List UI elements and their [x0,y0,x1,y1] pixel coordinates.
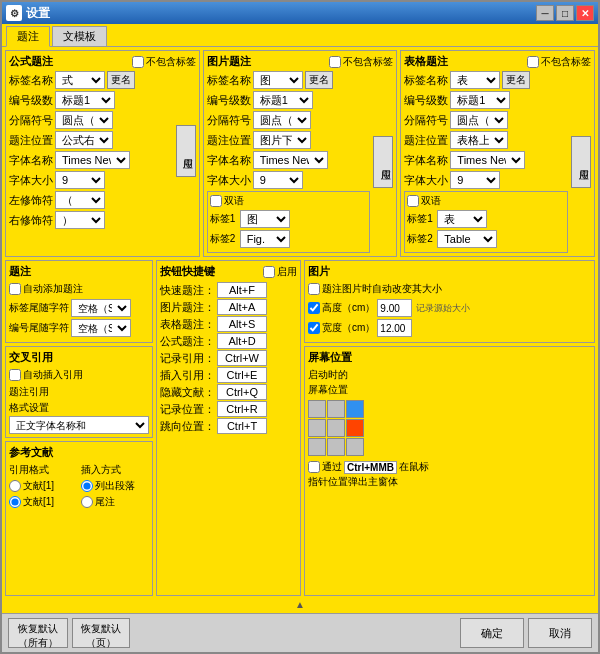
formula-sep-label: 分隔符号 [9,113,53,128]
num-sep-select[interactable]: 空格（Spac [71,319,131,337]
shortcut-label-3: 表格题注： [160,317,215,332]
height-enable-checkbox[interactable] [308,302,320,314]
formula-font-select[interactable]: Times New Roma [55,151,130,169]
ref-format-radio-2[interactable] [9,496,21,508]
pos-bot-left[interactable] [308,438,326,456]
restore-all-btn[interactable]: 恢复默认 （所有） [8,618,68,648]
auto-add-caption-checkbox[interactable] [9,283,21,295]
formula-rename-btn[interactable]: 更名 [107,71,135,89]
width-input[interactable] [377,319,412,337]
formula-no-tag-checkbox[interactable] [132,56,144,68]
table-no-tag-checkbox[interactable] [527,56,539,68]
settings-window: ⚙ 设置 ─ □ ✕ 题注 文模板 公式题注 不包含标签 [0,0,600,654]
table-tag-name-label: 标签名称 [404,73,448,88]
table-font-select[interactable]: Times New Roma [450,151,525,169]
image-size-select[interactable]: 9 [253,171,303,189]
shortcut-label-6: 插入引用： [160,368,215,383]
ctrl-key: Ctrl+MMB [344,461,397,474]
table-tag2-label: 标签2 [407,232,435,246]
formula-level-select[interactable]: 标题1 [55,91,115,109]
pos-mid-center[interactable] [327,419,345,437]
image-font-select[interactable]: Times New Roma [253,151,328,169]
formula-left-mod-select[interactable]: （ [55,191,105,209]
caption-title: 题注 [9,264,149,279]
ref-insert-opt2: 尾注 [95,495,115,509]
ctrl-label: 通过 [322,460,342,474]
table-font-label: 字体名称 [404,153,448,168]
cross-ref-title: 交叉引用 [9,350,149,365]
screen-pos-section: 屏幕位置 启动时的 屏幕位置 [304,346,595,596]
ref-insert-radio-1[interactable] [81,480,93,492]
image-level-select[interactable]: 标题1 [253,91,313,109]
image-bilang-checkbox[interactable] [210,195,222,207]
table-size-select[interactable]: 9 [450,171,500,189]
formula-sep-select[interactable]: 圆点（.） [55,111,113,129]
shortcut-row-8: 记录位置： Ctrl+R [160,401,297,417]
table-tag1-select[interactable]: 表 [437,210,487,228]
reference-title: 参考文献 [9,445,149,460]
ctrl-mmb-checkbox[interactable] [308,461,320,473]
image-apply-btn[interactable]: 应用 [373,136,393,188]
minimize-button[interactable]: ─ [536,5,554,21]
window-title: 设置 [26,5,536,22]
width-enable-checkbox[interactable] [308,322,320,334]
auto-insert-ref-label: 自动插入引用 [23,368,83,382]
image-tag-name-select[interactable]: 图 [253,71,303,89]
pos-mid-right[interactable] [346,419,364,437]
image-tag1-select[interactable]: 图 [240,210,290,228]
table-tag-name-select[interactable]: 表 [450,71,500,89]
formula-tag-name-select[interactable]: 式 [55,71,105,89]
table-pos-select[interactable]: 表格上方 [450,131,508,149]
image-no-tag-checkbox[interactable] [329,56,341,68]
shortcut-key-6: Ctrl+E [217,367,267,383]
auto-add-caption-label: 自动添加题注 [23,282,83,296]
cancel-btn[interactable]: 取消 [528,618,592,648]
formula-pos-select[interactable]: 公式右边 [55,131,113,149]
shortcut-label-5: 记录引用： [160,351,215,366]
height-input[interactable] [377,299,412,317]
table-level-label: 编号级数 [404,93,448,108]
ref-insert-radio-2[interactable] [81,496,93,508]
formula-size-select[interactable]: 9 [55,171,105,189]
pos-bot-center[interactable] [327,438,345,456]
image-tag2-select[interactable]: Fig. [240,230,290,248]
auto-insert-ref-checkbox[interactable] [9,369,21,381]
shortcut-label-8: 记录位置： [160,402,215,417]
table-tag2-select[interactable]: Table [437,230,497,248]
restore-page-btn[interactable]: 恢复默认 （页） [72,618,130,648]
scroll-indicator: ▲ [5,599,595,610]
cross-ref-format-select[interactable]: 正文字体名称和 [9,416,149,434]
table-no-tag-label: 不包含标签 [541,55,591,69]
shortcut-enable-checkbox[interactable] [263,266,275,278]
table-sep-select[interactable]: 圆点（.） [450,111,508,129]
pos-top-center[interactable] [327,400,345,418]
image-rename-btn[interactable]: 更名 [305,71,333,89]
maximize-button[interactable]: □ [556,5,574,21]
image-sep-select[interactable]: 圆点（.） [253,111,311,129]
image-font-label: 字体名称 [207,153,251,168]
pos-top-right[interactable] [346,400,364,418]
image-pos-select[interactable]: 图片下方 [253,131,311,149]
image-annot-section: 图片题注 不包含标签 标签名称 图 更名 编号级数 [203,50,398,257]
pos-bot-right[interactable] [346,438,364,456]
shortcut-key-2: Alt+A [217,299,267,315]
tab-template[interactable]: 文模板 [52,26,107,46]
tag-sep-select[interactable]: 空格（Spac [71,299,131,317]
tab-annotation[interactable]: 题注 [6,26,50,47]
table-level-select[interactable]: 标题1 [450,91,510,109]
table-rename-btn[interactable]: 更名 [502,71,530,89]
formula-right-mod-select[interactable]: ） [55,211,105,229]
image-size-section: 图片 题注图片时自动改变其大小 高度（cm） 记录源始大小 宽度（cm） [304,260,595,343]
auto-resize-checkbox[interactable] [308,283,320,295]
close-button[interactable]: ✕ [576,5,594,21]
image-annot-title: 图片题注 [207,54,251,69]
pos-top-left[interactable] [308,400,326,418]
table-bilang-checkbox[interactable] [407,195,419,207]
formula-apply-btn[interactable]: 应用 [176,125,196,177]
table-apply-btn[interactable]: 应用 [571,136,591,188]
ref-format-radio-1[interactable] [9,480,21,492]
ok-btn[interactable]: 确定 [460,618,524,648]
pos-mid-left[interactable] [308,419,326,437]
image-tag2-label: 标签2 [210,232,238,246]
shortcut-label-7: 隐藏文献： [160,385,215,400]
